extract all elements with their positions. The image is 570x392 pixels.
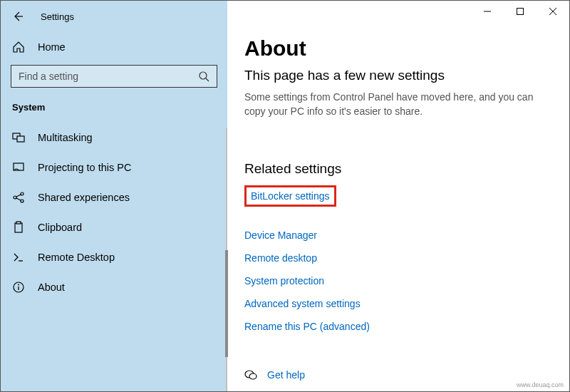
related-settings-title: Related settings — [244, 161, 552, 177]
sidebar-item-projecting[interactable]: Projecting to this PC — [1, 153, 227, 182]
page-description: Some settings from Control Panel have mo… — [244, 91, 552, 118]
page-title: About — [244, 36, 552, 61]
shared-experiences-icon — [12, 191, 25, 204]
projecting-icon — [12, 161, 25, 174]
search-box[interactable] — [11, 65, 217, 88]
svg-rect-4 — [17, 136, 24, 142]
home-label: Home — [38, 41, 66, 53]
home-nav[interactable]: Home — [1, 35, 227, 59]
link-advanced-system-settings[interactable]: Advanced system settings — [244, 298, 361, 309]
sidebar-item-label: Multitasking — [38, 132, 93, 143]
sidebar-item-label: Clipboard — [38, 222, 82, 233]
home-icon — [12, 41, 25, 53]
multitasking-icon — [12, 131, 25, 144]
content-area: About This page has a few new settings S… — [227, 1, 569, 332]
remote-desktop-icon — [12, 251, 25, 264]
header-row: Settings — [1, 1, 227, 29]
svg-rect-11 — [15, 223, 22, 232]
svg-rect-12 — [16, 222, 21, 224]
sidebar-item-clipboard[interactable]: Clipboard — [1, 212, 227, 242]
search-input[interactable] — [19, 71, 198, 82]
svg-point-22 — [249, 373, 256, 379]
link-device-manager[interactable]: Device Manager — [244, 229, 317, 241]
svg-point-15 — [18, 284, 19, 286]
sidebar-item-shared-experiences[interactable]: Shared experiences — [1, 182, 227, 212]
about-icon — [12, 281, 25, 294]
help-icon — [244, 368, 257, 381]
get-help-link[interactable]: Get help — [267, 369, 305, 381]
sidebar-item-label: Projecting to this PC — [38, 162, 131, 173]
back-icon[interactable] — [12, 11, 24, 22]
svg-point-9 — [21, 192, 24, 195]
svg-rect-18 — [517, 9, 524, 15]
svg-point-10 — [21, 200, 24, 202]
sidebar-item-multitasking[interactable]: Multitasking — [1, 123, 227, 153]
link-rename-this-pc[interactable]: Rename this PC (advanced) — [244, 321, 370, 332]
watermark: www.deuaq.com — [517, 381, 564, 388]
sidebar-item-label: About — [38, 282, 65, 293]
svg-point-8 — [14, 196, 16, 199]
link-bitlocker-settings[interactable]: BitLocker settings — [251, 190, 330, 202]
link-remote-desktop[interactable]: Remote desktop — [244, 252, 317, 264]
clipboard-icon — [12, 221, 25, 234]
sidebar-item-label: Shared experiences — [38, 192, 130, 203]
maximize-button[interactable] — [504, 1, 537, 22]
window-controls — [471, 1, 569, 22]
svg-line-2 — [206, 78, 209, 81]
settings-label: Settings — [41, 11, 74, 22]
sidebar: Settings Home System Multitasking Projec… — [1, 1, 227, 391]
section-label: System — [1, 98, 227, 123]
svg-point-1 — [200, 72, 207, 79]
sidebar-item-label: Remote Desktop — [38, 252, 115, 263]
close-button[interactable] — [537, 1, 569, 22]
sidebar-item-about[interactable]: About — [1, 272, 227, 302]
get-help-row[interactable]: Get help — [244, 368, 305, 381]
search-icon — [198, 71, 209, 82]
main-content: About This page has a few new settings S… — [227, 1, 569, 391]
minimize-button[interactable] — [471, 1, 504, 22]
related-links: BitLocker settings Device Manager Remote… — [244, 187, 552, 332]
sidebar-item-remote-desktop[interactable]: Remote Desktop — [1, 242, 227, 272]
page-subtitle: This page has a few new settings — [244, 68, 552, 83]
link-system-protection[interactable]: System protection — [244, 275, 324, 287]
highlight-box: BitLocker settings — [244, 185, 336, 207]
